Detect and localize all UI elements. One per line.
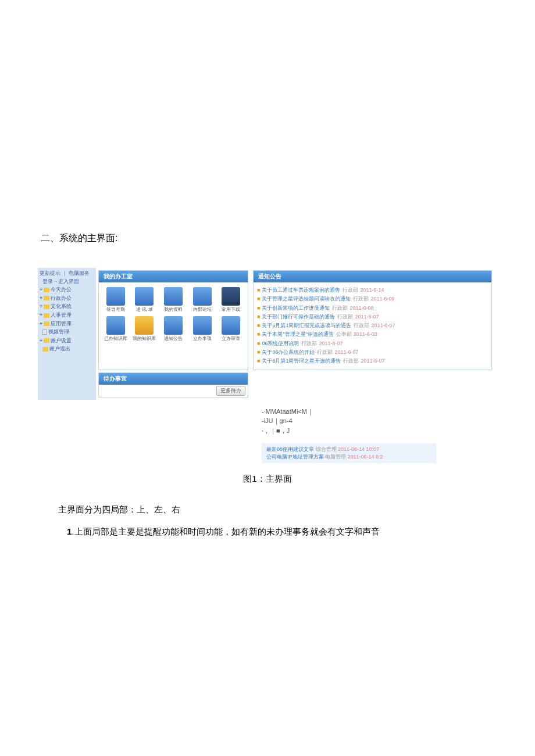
app-icon-9[interactable]: 立办审查 <box>217 315 244 342</box>
app-icon-4[interactable]: 常用下载 <box>217 286 244 313</box>
notice-date: 2011-6-07 <box>319 341 343 346</box>
notice-author: 行政部 <box>354 323 369 328</box>
folder-icon <box>44 321 49 326</box>
app-icon-0[interactable]: 签导考勤 <box>102 286 129 313</box>
sidebar-item-label: 账户设置 <box>51 338 72 343</box>
workspace-panel: 我的办工室 签导考勤通 讯 录我的资料内部论坛常用下载已办知识库我的知识库通知公… <box>98 270 248 370</box>
notice-author: 行政部 <box>332 305 348 311</box>
notice-title: 关于管理之星评选抽题问读验收的通知 <box>262 296 351 302</box>
sidebar-item-3[interactable]: +文化系统 <box>40 302 94 311</box>
stray-item-title: 最新06使用建议文章 <box>266 446 314 452</box>
notice-item-1[interactable]: ■关于管理之星评选抽题问读验收的通知行政部2011-6-09 <box>257 295 488 303</box>
stray-item-date: 2011-06-14 10:07 <box>338 446 379 452</box>
notice-title: 06系统使用说明 <box>262 341 299 346</box>
stray-list: 最新06使用建议文章 综合管理 2011-06-14 10:07公司电脑IP地址… <box>262 443 436 463</box>
page-icon <box>42 329 47 335</box>
stray-item-date: 2011-06-14 8:2 <box>348 454 383 460</box>
notice-author: 行政部 <box>301 341 317 346</box>
notice-item-0[interactable]: ■关于员工通过车票违规案例的通告行政部2011-6-14 <box>257 286 488 295</box>
stray-item-author: 综合管理 <box>316 446 337 452</box>
app-icon-5[interactable]: 已办知识库 <box>102 315 129 342</box>
sidebar-item-5[interactable]: +应用管理 <box>40 320 94 328</box>
notice-date: 2011-6-07 <box>355 314 379 320</box>
app-icon-image <box>106 316 125 335</box>
app-icon-1[interactable]: 通 讯 录 <box>131 286 158 313</box>
sidebar-item-0[interactable]: 登录→进入界面 <box>40 277 94 286</box>
folder-icon <box>44 296 49 300</box>
screenshot-container: 更新提示 ｜ 电脑服务 登录→进入界面+今天办公+行政办公+文化系统+人事管理+… <box>38 268 494 400</box>
notice-item-3[interactable]: ■关于部门推行可操作基础的通告行政部2011-6-07 <box>257 313 488 321</box>
notice-item-8[interactable]: ■关于6月第1周管理之星开选的通告行政部2011-6-07 <box>257 357 488 366</box>
app-icon-3[interactable]: 内部论坛 <box>189 286 216 313</box>
body-paragraph-1: 主界面分为四局部：上、左、右 <box>41 501 494 518</box>
app-icon-image <box>193 316 212 335</box>
sidebar-item-6[interactable]: 视频管理 <box>40 328 94 336</box>
stray-item-title: 公司电脑IP地址管理方案 <box>266 454 324 460</box>
notice-item-4[interactable]: ■关于6月第1周期汇报完成选读与的通告行政部2011-6-07 <box>257 321 488 330</box>
notice-header: 通知公告 <box>254 271 491 282</box>
stray-item-1[interactable]: 公司电脑IP地址管理方案 电脑管理 2011-06-14 8:2 <box>266 453 431 461</box>
sidebar-item-label: 账户退出 <box>49 346 70 352</box>
sidebar-item-label: 人事管理 <box>51 312 72 318</box>
stray-line-1: -·MMAtaatMi<M｜ <box>262 407 494 417</box>
sidebar-item-1[interactable]: +今天办公 <box>40 285 94 294</box>
workspace-header: 我的办工室 <box>99 271 248 282</box>
app-icon-image <box>164 287 183 306</box>
app-icon-image <box>135 287 154 306</box>
notice-title: 关于部门推行可操作基础的通告 <box>262 314 335 320</box>
notice-author: 行政部 <box>343 358 359 364</box>
app-icon-8[interactable]: 立办事项 <box>189 315 216 342</box>
app-icon-label: 常用下载 <box>217 307 244 313</box>
notice-date: 2011-6-07 <box>334 349 358 355</box>
notice-date: 2011-6-14 <box>360 287 384 293</box>
body-paragraph-2: 1.上面局部是主要是提醒功能和时间功能，如有新的未办理事务就会有文字和声音 <box>41 523 494 540</box>
stray-item-0[interactable]: 最新06使用建议文章 综合管理 2011-06-14 10:07 <box>266 446 431 453</box>
sidebar-item-2[interactable]: +行政办公 <box>40 294 94 303</box>
notice-item-7[interactable]: ■关于06办公系统的开始行政部2011-6-07 <box>257 348 488 357</box>
stray-text: -·MMAtaatMi<M｜ -iJU｜gn-4 ·，｜■，J <box>262 407 494 436</box>
notice-item-6[interactable]: ■06系统使用说明行政部2011-6-07 <box>257 339 488 348</box>
notice-panel: 通知公告 ■关于员工通过车票违规案例的通告行政部2011-6-14■关于管理之星… <box>253 270 492 370</box>
stray-line-2: -iJU｜gn-4 <box>262 416 494 426</box>
app-icon-label: 通知公告 <box>160 336 187 342</box>
sidebar-item-7[interactable]: +账户设置 <box>40 336 94 345</box>
sidebar-item-label: 文化系统 <box>51 303 72 309</box>
notice-item-5[interactable]: ■关于本周"管理之星"评选的通告公事部2011-6-03 <box>257 330 488 339</box>
app-icon-7[interactable]: 通知公告 <box>160 315 187 342</box>
notice-author: 行政部 <box>343 287 358 293</box>
app-icon-label: 通 讯 录 <box>131 307 158 313</box>
notice-date: 2011-6-03 <box>354 331 377 337</box>
notice-title: 关于员工通过车票违规案例的通告 <box>262 287 340 293</box>
notice-author: 行政部 <box>317 349 333 355</box>
notice-title: 关于06办公系统的开始 <box>262 349 315 355</box>
notice-title: 关于6月第1周管理之星开选的通告 <box>262 358 341 364</box>
app-icon-2[interactable]: 我的资料 <box>160 286 187 313</box>
notice-author: 行政部 <box>337 314 353 320</box>
notice-title: 关于6月第1周期汇报完成选读与的通告 <box>262 323 351 328</box>
folder-icon <box>44 304 49 309</box>
app-icon-6[interactable]: 我的知识库 <box>131 315 158 342</box>
sidebar-item-label: 登录→进入界面 <box>42 278 79 284</box>
notice-date: 2011-6-09 <box>370 296 394 302</box>
folder-icon <box>42 347 48 352</box>
app-icon-label: 立办事项 <box>189 336 216 342</box>
sidebar-item-label: 今天办公 <box>51 286 72 292</box>
app-icon-label: 我的知识库 <box>131 336 158 342</box>
stray-item-author: 电脑管理 <box>325 454 346 460</box>
sidebar-top-links: 更新提示 ｜ 电脑服务 <box>40 270 94 277</box>
sidebar-item-8[interactable]: 账户退出 <box>40 345 94 353</box>
sidebar-item-4[interactable]: +人事管理 <box>40 311 94 320</box>
notice-author: 行政部 <box>353 296 369 302</box>
sidebar: 更新提示 ｜ 电脑服务 登录→进入界面+今天办公+行政办公+文化系统+人事管理+… <box>38 268 96 400</box>
notice-author: 公事部 <box>336 331 352 337</box>
app-icon-image <box>135 316 154 335</box>
more-pending-button[interactable]: 更多待办 <box>216 386 245 396</box>
app-icon-label: 已办知识库 <box>102 336 129 342</box>
app-icon-label: 我的资料 <box>160 307 187 313</box>
folder-icon <box>44 338 49 343</box>
sidebar-item-label: 行政办公 <box>51 295 72 301</box>
main-area: 我的办工室 签导考勤通 讯 录我的资料内部论坛常用下载已办知识库我的知识库通知公… <box>96 268 494 400</box>
notice-date: 2011-6-08 <box>349 305 373 311</box>
notice-item-2[interactable]: ■关于创新奖项的工作进度通知行政部2011-6-08 <box>257 304 488 313</box>
pending-panel: 待办事宜 更多待办 <box>98 372 248 397</box>
